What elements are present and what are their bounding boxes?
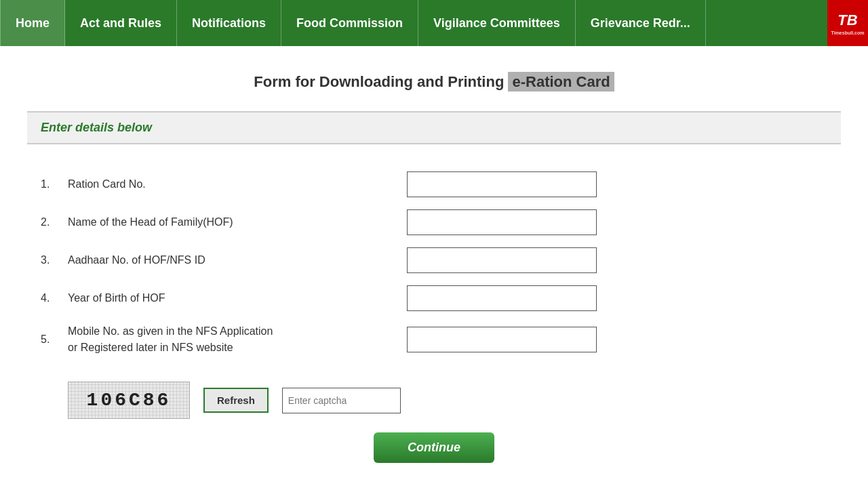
captcha-image: 106C86 [68,382,190,419]
field-label-4: Year of Birth of HOF [68,292,407,304]
captcha-input[interactable] [282,388,401,413]
field-num-3: 3. [41,254,68,266]
field-num-5: 5. [41,333,68,346]
continue-area: Continue [27,432,841,463]
field-label-1: Ration Card No. [68,178,407,190]
main-content: Form for Downloading and Printing e-Rati… [0,46,868,476]
captcha-value: 106C86 [87,390,172,411]
field-label-2: Name of the Head of Family(HOF) [68,216,407,228]
main-nav: Home Act and Rules Notifications Food Co… [0,0,868,46]
field-label-3: Aadhaar No. of HOF/NFS ID [68,254,407,266]
field-num-1: 1. [41,178,68,190]
field-label-5: Mobile No. as given in the NFS Applicati… [68,323,407,356]
tb-logo: TB Timesbull.com [827,0,868,46]
form-fields: 1. Ration Card No. 2. Name of the Head o… [27,165,841,375]
year-of-birth-input[interactable] [407,285,597,311]
hof-name-input[interactable] [407,209,597,235]
mobile-input[interactable] [407,327,597,352]
nav-notifications[interactable]: Notifications [177,0,281,46]
nav-grievance-redressal[interactable]: Grievance Redr... [576,0,706,46]
form-row-5: 5. Mobile No. as given in the NFS Applic… [41,323,827,356]
form-row-3: 3. Aadhaar No. of HOF/NFS ID [41,247,827,273]
form-row-2: 2. Name of the Head of Family(HOF) [41,209,827,235]
page-title: Form for Downloading and Printing e-Rati… [27,73,841,91]
form-section-header: Enter details below [27,111,841,144]
form-row-1: 1. Ration Card No. [41,171,827,197]
continue-button[interactable]: Continue [374,432,494,463]
captcha-area: 106C86 Refresh [27,382,841,419]
nav-food-commission[interactable]: Food Commission [281,0,418,46]
field-num-2: 2. [41,216,68,228]
refresh-button[interactable]: Refresh [203,388,269,413]
form-row-4: 4. Year of Birth of HOF [41,285,827,311]
nav-home[interactable]: Home [0,0,65,46]
section-title: Enter details below [41,121,152,134]
aadhaar-input[interactable] [407,247,597,273]
nav-act-and-rules[interactable]: Act and Rules [65,0,177,46]
field-num-4: 4. [41,292,68,304]
nav-vigilance-committees[interactable]: Vigilance Committees [418,0,576,46]
ration-card-input[interactable] [407,171,597,197]
